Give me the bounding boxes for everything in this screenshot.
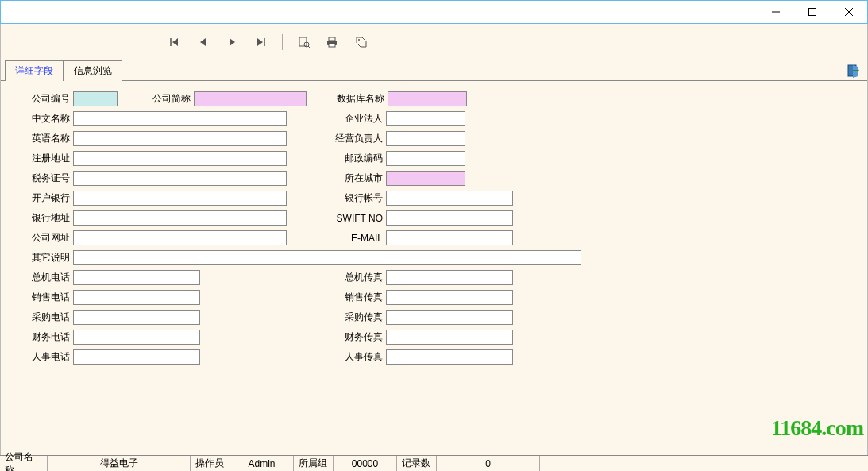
tab-detail[interactable]: 详细字段 bbox=[5, 60, 64, 81]
input-website[interactable] bbox=[73, 230, 287, 245]
minimize-button[interactable] bbox=[758, 1, 794, 23]
svg-marker-5 bbox=[172, 38, 178, 46]
input-hr-tel[interactable] bbox=[73, 349, 200, 365]
print-button[interactable] bbox=[326, 35, 340, 49]
input-email[interactable] bbox=[386, 230, 513, 245]
input-tax-no[interactable] bbox=[73, 171, 287, 186]
status-group-label: 所属组 bbox=[294, 456, 334, 471]
label-postal: 邮政编码 bbox=[314, 152, 386, 165]
svg-rect-10 bbox=[299, 37, 307, 46]
label-bank-addr: 银行地址 bbox=[21, 211, 73, 225]
last-record-button[interactable] bbox=[253, 35, 268, 49]
input-sales-tel[interactable] bbox=[73, 290, 200, 305]
label-website: 公司网址 bbox=[21, 231, 73, 245]
label-hr-fax: 人事传真 bbox=[314, 350, 386, 364]
first-record-button[interactable] bbox=[168, 35, 182, 49]
input-fin-fax[interactable] bbox=[386, 330, 513, 345]
svg-marker-8 bbox=[257, 38, 263, 46]
prev-record-button[interactable] bbox=[196, 35, 210, 49]
toolbar-separator bbox=[282, 34, 283, 50]
label-legal-person: 企业法人 bbox=[314, 112, 386, 125]
svg-rect-1 bbox=[809, 9, 816, 16]
svg-marker-16 bbox=[357, 37, 366, 47]
input-cn-name[interactable] bbox=[73, 111, 287, 126]
label-bank: 开户银行 bbox=[21, 191, 73, 205]
input-postal[interactable] bbox=[386, 151, 465, 166]
label-tax-no: 税务证号 bbox=[21, 172, 73, 185]
toolbar bbox=[1, 24, 867, 60]
input-legal-person[interactable] bbox=[386, 111, 465, 126]
label-manager: 经营负责人 bbox=[314, 132, 386, 145]
input-main-tel[interactable] bbox=[73, 270, 200, 285]
input-company-short[interactable] bbox=[194, 91, 307, 106]
input-bank-acct[interactable] bbox=[386, 191, 513, 206]
status-company-value: 得益电子 bbox=[48, 456, 191, 471]
input-bank-addr[interactable] bbox=[73, 210, 287, 226]
label-main-tel: 总机电话 bbox=[21, 271, 73, 284]
svg-marker-6 bbox=[200, 38, 206, 46]
label-sales-tel: 销售电话 bbox=[21, 291, 73, 304]
label-email: E-MAIL bbox=[314, 233, 386, 244]
label-hr-tel: 人事电话 bbox=[21, 350, 73, 364]
label-purch-fax: 采购传真 bbox=[314, 311, 386, 324]
svg-point-17 bbox=[358, 39, 360, 41]
input-purch-fax[interactable] bbox=[386, 310, 513, 325]
tag-button[interactable] bbox=[354, 35, 368, 49]
preview-button[interactable] bbox=[297, 35, 311, 49]
status-operator-label: 操作员 bbox=[191, 456, 230, 471]
label-bank-acct: 银行帐号 bbox=[314, 191, 386, 205]
status-operator-value: Admin bbox=[230, 456, 294, 471]
label-purch-tel: 采购电话 bbox=[21, 311, 73, 324]
label-fin-fax: 财务传真 bbox=[314, 330, 386, 344]
label-en-name: 英语名称 bbox=[21, 132, 73, 145]
input-reg-addr[interactable] bbox=[73, 151, 287, 166]
svg-rect-15 bbox=[329, 44, 335, 47]
statusbar: 公司名称 得益电子 操作员 Admin 所属组 00000 记录数 0 bbox=[0, 455, 868, 471]
input-fin-tel[interactable] bbox=[73, 330, 200, 345]
input-city[interactable] bbox=[386, 171, 465, 186]
form-area: 公司编号 公司简称 数据库名称 中文名称 企业法人 英语名称 经营负责人 注册地… bbox=[1, 80, 867, 367]
next-record-button[interactable] bbox=[225, 35, 239, 49]
input-bank[interactable] bbox=[73, 191, 287, 206]
tab-browse[interactable]: 信息浏览 bbox=[64, 60, 122, 81]
input-swift[interactable] bbox=[386, 210, 513, 226]
input-en-name[interactable] bbox=[73, 131, 287, 146]
label-company-no: 公司编号 bbox=[21, 92, 73, 106]
label-swift: SWIFT NO bbox=[314, 213, 386, 224]
svg-line-12 bbox=[308, 46, 310, 48]
maximize-button[interactable] bbox=[794, 1, 831, 23]
label-db-name: 数据库名称 bbox=[330, 92, 388, 106]
input-sales-fax[interactable] bbox=[386, 290, 513, 305]
label-cn-name: 中文名称 bbox=[21, 112, 73, 125]
status-group-value: 00000 bbox=[334, 456, 397, 471]
label-fin-tel: 财务电话 bbox=[21, 330, 73, 344]
close-button[interactable] bbox=[831, 1, 867, 23]
input-manager[interactable] bbox=[386, 131, 465, 146]
status-company-label: 公司名称 bbox=[0, 456, 48, 471]
label-city: 所在城市 bbox=[314, 172, 386, 185]
input-company-no[interactable] bbox=[73, 91, 118, 106]
label-main-fax: 总机传真 bbox=[314, 271, 386, 284]
label-company-short: 公司简称 bbox=[149, 92, 194, 106]
content-area: 详细字段 信息浏览 公司编号 公司简称 数据库名称 中文名称 企业法人 英语名称… bbox=[0, 24, 868, 455]
input-db-name[interactable] bbox=[388, 91, 467, 106]
tabs: 详细字段 信息浏览 bbox=[1, 60, 867, 81]
input-hr-fax[interactable] bbox=[386, 349, 513, 365]
status-records-label: 记录数 bbox=[397, 456, 437, 471]
input-purch-tel[interactable] bbox=[73, 310, 200, 325]
watermark: 11684.com bbox=[771, 415, 863, 441]
status-records-value: 0 bbox=[437, 456, 540, 471]
svg-marker-7 bbox=[230, 38, 235, 46]
input-main-fax[interactable] bbox=[386, 270, 513, 285]
label-sales-fax: 销售传真 bbox=[314, 291, 386, 304]
label-reg-addr: 注册地址 bbox=[21, 152, 73, 165]
titlebar bbox=[0, 0, 868, 24]
input-other[interactable] bbox=[73, 250, 581, 265]
label-other: 其它说明 bbox=[21, 251, 73, 264]
svg-rect-13 bbox=[329, 37, 335, 41]
